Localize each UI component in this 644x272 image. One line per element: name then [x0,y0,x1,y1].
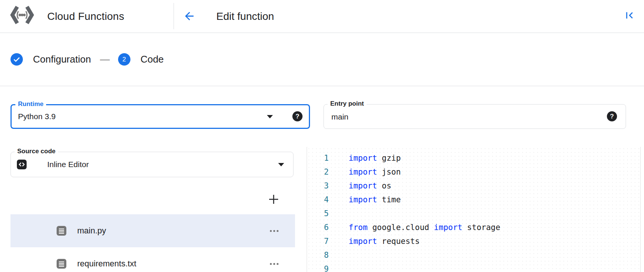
step-connector: — [100,54,110,65]
file-row-main-py[interactable]: main.py [10,214,295,247]
code-line: 1import gzip [307,151,640,165]
code-icon [17,160,27,169]
add-file-button[interactable] [267,192,281,206]
code-line: 4import time [307,193,640,206]
arrow-back-icon [183,10,196,22]
check-icon [10,53,23,66]
file-document-icon [56,226,67,236]
code-editor[interactable]: 1import gzip2import json3import os4impor… [307,147,640,272]
file-row-requirements-txt[interactable]: requirements.txt [10,247,295,272]
page-title: Edit function [216,0,274,33]
file-name: main.py [77,226,106,236]
cloud-functions-logo-icon [10,5,34,25]
code-line: 3import os [307,179,640,193]
step-code-label: Code [141,54,164,65]
entry-point-input[interactable] [331,105,595,129]
code-line: 2import json [307,165,640,179]
step-2-badge: 2 [118,53,130,66]
plus-icon [268,193,280,205]
wizard-stepper: Configuration — 2 Code [0,33,644,86]
line-number: 4 [307,195,329,204]
line-number: 2 [307,167,329,176]
file-name: requirements.txt [77,259,136,269]
header-divider [174,3,174,29]
edit-function-page: Cloud Functions Edit function Configurat… [0,0,644,272]
file-more-button[interactable] [269,261,279,267]
code-line: 9 [307,262,640,272]
code-line: 6from google.cloud import storage [307,220,640,234]
chevron-down-icon [267,115,273,118]
collapse-panel-button[interactable] [622,8,637,22]
line-number: 1 [307,154,329,163]
code-line: 8 [307,248,640,262]
line-number: 6 [307,223,329,232]
line-number: 3 [307,181,329,190]
source-code-select[interactable]: Source code Inline Editor [10,152,294,177]
line-number: 5 [307,209,329,218]
chevron-down-icon [278,163,284,166]
product-name[interactable]: Cloud Functions [47,0,124,33]
line-number: 7 [307,237,329,246]
back-button[interactable] [182,9,196,23]
entry-point-help-icon[interactable]: ? [607,111,617,121]
runtime-value: Python 3.9 [18,105,55,128]
editor-scrollbar-track[interactable] [640,147,641,272]
line-number: 8 [307,251,329,260]
runtime-select[interactable]: Runtime Python 3.9 ? [10,104,310,129]
code-line: 5 [307,206,640,220]
app-header: Cloud Functions Edit function [0,0,644,33]
entry-point-field: Entry point ? [323,104,626,129]
source-code-value: Inline Editor [47,152,89,177]
step-code[interactable]: 2 Code [118,53,164,66]
code-lines: 1import gzip2import json3import os4impor… [307,151,640,272]
step-configuration[interactable]: Configuration [10,53,91,66]
step-configuration-label: Configuration [33,54,91,65]
code-line: 7import requests [307,234,640,248]
runtime-help-icon[interactable]: ? [292,111,303,121]
line-number: 9 [307,265,329,272]
file-document-icon [56,259,67,269]
file-more-button[interactable] [269,228,279,234]
collapse-panel-icon [623,9,636,22]
